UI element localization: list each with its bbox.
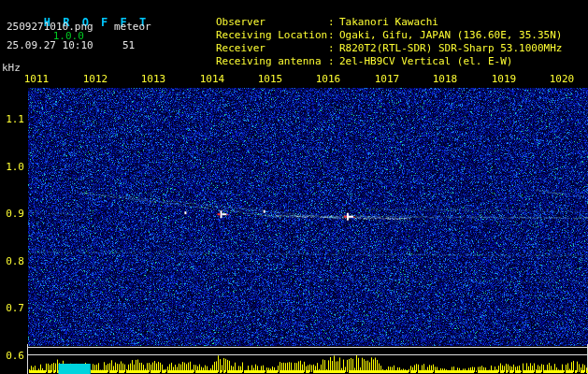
info-label: Observer bbox=[216, 16, 328, 29]
datetime-label: 25.09.27 10:10 bbox=[7, 39, 93, 52]
y-tick: 0.9 bbox=[0, 208, 24, 221]
x-tick: 1013 bbox=[141, 73, 166, 86]
y-tick: 1.0 bbox=[0, 161, 24, 174]
info-separator: : bbox=[328, 55, 339, 68]
y-tick: 0.7 bbox=[0, 302, 24, 315]
x-tick: 1017 bbox=[375, 73, 400, 86]
x-tick: 1020 bbox=[550, 73, 575, 86]
info-separator: : bbox=[328, 42, 339, 55]
output-filename: 2509271010.png bbox=[7, 21, 93, 34]
y-tick: 1.1 bbox=[0, 113, 24, 126]
info-value: 2el-HB9CV Vertical (el. E-W) bbox=[339, 55, 512, 67]
station-info: Observer:Takanori Kawachi Receiving Loca… bbox=[166, 3, 562, 55]
x-tick: 1014 bbox=[200, 73, 225, 86]
x-tick: 1011 bbox=[24, 73, 50, 86]
y-axis-unit: kHz bbox=[2, 62, 21, 75]
info-label: Receiving antenna bbox=[216, 55, 328, 68]
x-tick: 1018 bbox=[433, 73, 458, 86]
echo-count: 51 bbox=[122, 39, 135, 52]
x-tick: 1012 bbox=[83, 73, 108, 86]
mode-label: meteor bbox=[114, 21, 151, 34]
x-tick: 1016 bbox=[316, 73, 341, 86]
info-value: Takanori Kawachi bbox=[339, 16, 438, 28]
x-tick: 1019 bbox=[492, 73, 517, 86]
info-label: Receiver bbox=[216, 42, 328, 55]
info-separator: : bbox=[328, 16, 339, 29]
text-overlay: H R O F F T 1.0.0 2509271010.png meteor … bbox=[0, 0, 588, 374]
y-tick: 0.6 bbox=[0, 350, 24, 363]
info-row-observer: Observer:Takanori Kawachi bbox=[166, 3, 562, 16]
info-value: R820T2(RTL-SDR) SDR-Sharp 53.1000MHz bbox=[339, 42, 562, 54]
info-value: Ogaki, Gifu, JAPAN (136.60E, 35.35N) bbox=[339, 29, 562, 41]
y-tick: 0.8 bbox=[0, 255, 24, 268]
info-label: Receiving Location bbox=[216, 29, 328, 42]
info-separator: : bbox=[328, 29, 339, 42]
x-tick: 1015 bbox=[258, 73, 283, 86]
hrofft-window: H R O F F T 1.0.0 2509271010.png meteor … bbox=[0, 0, 588, 374]
